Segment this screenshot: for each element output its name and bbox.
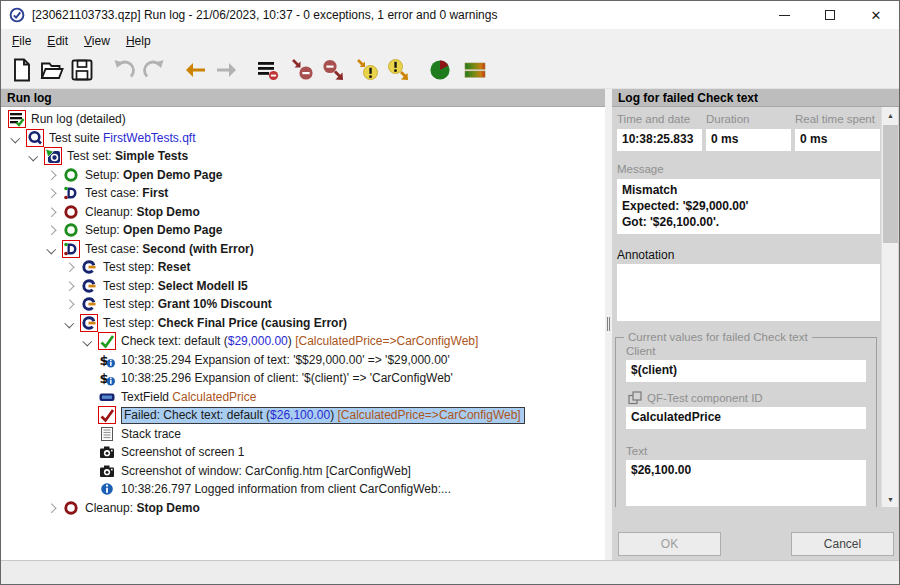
- panel-splitter[interactable]: [605, 89, 612, 560]
- tree-row-label: Screenshot of window: CarConfig.htm [Car…: [121, 464, 411, 478]
- expand-chevron-icon[interactable]: [45, 227, 63, 234]
- collapse-chevron-icon[interactable]: [27, 153, 45, 160]
- scroll-thumb[interactable]: [883, 125, 898, 243]
- tree-row[interactable]: Cleanup: Stop Demo: [1, 499, 605, 518]
- maximize-button[interactable]: [807, 1, 853, 29]
- teststep-icon: [81, 259, 97, 275]
- collapse-chevron-icon[interactable]: [9, 135, 27, 142]
- tree-row[interactable]: $10:38:25.296 Expansion of client: '$(cl…: [1, 369, 605, 388]
- duration-field[interactable]: 0 ms: [706, 129, 791, 151]
- find-previous-error-button[interactable]: [289, 56, 317, 84]
- expand-chevron-icon[interactable]: [45, 172, 63, 179]
- tree-row[interactable]: Test case: Second (with Error): [1, 240, 605, 259]
- runlog-icon: [9, 111, 25, 127]
- setup-icon: [63, 167, 79, 183]
- tree-row-label: Cleanup: Stop Demo: [85, 501, 200, 515]
- menubar: File Edit View Help: [1, 29, 899, 52]
- stacktrace-icon: [99, 426, 115, 442]
- find-next-error-button[interactable]: [319, 56, 347, 84]
- forward-button[interactable]: [212, 56, 240, 84]
- menu-help[interactable]: Help: [118, 31, 159, 51]
- menu-edit[interactable]: Edit: [39, 31, 76, 51]
- tree-row-label: Setup: Open Demo Page: [85, 168, 222, 182]
- tree-row[interactable]: Test case: First: [1, 184, 605, 203]
- close-icon: ✕: [871, 8, 882, 23]
- find-previous-warning-button[interactable]: [354, 56, 382, 84]
- tree-row[interactable]: Screenshot of screen 1: [1, 443, 605, 462]
- new-runlog-button[interactable]: [8, 56, 36, 84]
- back-button[interactable]: [182, 56, 210, 84]
- expand-chevron-icon[interactable]: [45, 209, 63, 216]
- tree-row[interactable]: 10:38:26.797 Logged information from cli…: [1, 480, 605, 499]
- menu-file[interactable]: File: [4, 31, 39, 51]
- minimize-button[interactable]: [761, 1, 807, 29]
- expand-chevron-icon[interactable]: [63, 264, 81, 271]
- tree-row[interactable]: Screenshot of window: CarConfig.htm [Car…: [1, 462, 605, 481]
- collapse-chevron-icon[interactable]: [81, 338, 99, 345]
- message-line: Got: '$26,100.00'.: [622, 214, 875, 230]
- tree-row[interactable]: Check text: default ($29,000.00) [Calcul…: [1, 332, 605, 351]
- tree-row-label: Test set: Simple Tests: [67, 149, 188, 163]
- create-report-button[interactable]: [461, 56, 489, 84]
- titlebar: [230621103733.qzp] Run log - 21/06/2023,…: [1, 1, 899, 29]
- annotation-input[interactable]: [617, 264, 880, 321]
- menu-view[interactable]: View: [76, 31, 118, 51]
- message-label: Message: [617, 163, 664, 175]
- find-next-warning-button[interactable]: [384, 56, 412, 84]
- tree-row-label: Screenshot of screen 1: [121, 445, 244, 459]
- tree-row[interactable]: Test step: Reset: [1, 258, 605, 277]
- expand-chevron-icon[interactable]: [63, 283, 81, 290]
- tree-row[interactable]: Run log (detailed): [1, 110, 605, 129]
- text-field[interactable]: $26,100.00: [626, 460, 866, 506]
- toggle-compact-runlog-button[interactable]: [254, 56, 282, 84]
- detail-form: Time and date Duration Real time spent 1…: [612, 107, 881, 507]
- find-previous-warning-icon: [355, 57, 381, 83]
- tree-row-label: Setup: Open Demo Page: [85, 223, 222, 237]
- tree-row[interactable]: TextField CalculatedPrice: [1, 388, 605, 407]
- tree-row[interactable]: Stack trace: [1, 425, 605, 444]
- expand-chevron-icon[interactable]: [45, 190, 63, 197]
- runlog-tree[interactable]: Run log (detailed)Test suite FirstWebTes…: [1, 107, 605, 560]
- tree-row-selected[interactable]: Failed: Check text: default ($26,100.00)…: [1, 406, 605, 425]
- cancel-button[interactable]: Cancel: [791, 532, 894, 556]
- tree-row-label: Test suite FirstWebTests.qft: [49, 131, 196, 145]
- tree-row[interactable]: Test suite FirstWebTests.qft: [1, 129, 605, 148]
- close-button[interactable]: ✕: [853, 1, 899, 29]
- redo-button[interactable]: [140, 56, 168, 84]
- time-and-date-field[interactable]: 10:38:25.833: [617, 129, 702, 151]
- component-id-field[interactable]: CalculatedPrice: [626, 407, 866, 429]
- expand-chevron-icon[interactable]: [63, 301, 81, 308]
- component-id-label: QF-Test component ID: [647, 392, 763, 404]
- save-runlog-button[interactable]: [68, 56, 96, 84]
- undo-button[interactable]: [110, 56, 138, 84]
- duration-label: Duration: [706, 113, 749, 125]
- tree-row-label: TextField CalculatedPrice: [121, 390, 256, 404]
- scroll-up-icon[interactable]: ▲: [882, 107, 899, 123]
- tree-row[interactable]: $10:38:25.294 Expansion of text: '$$29,0…: [1, 351, 605, 370]
- qftest-check-circle-icon: [9, 7, 25, 23]
- collapse-chevron-icon[interactable]: [45, 246, 63, 253]
- collapse-chevron-icon[interactable]: [63, 320, 81, 327]
- open-runlog-button[interactable]: [38, 56, 66, 84]
- client-field[interactable]: $(client): [626, 360, 866, 382]
- tree-row[interactable]: Setup: Open Demo Page: [1, 221, 605, 240]
- splitter-grip-icon: [607, 317, 608, 331]
- detail-scrollbar[interactable]: ▲ ▼: [881, 107, 898, 507]
- tree-row[interactable]: Test step: Check Final Price (causing Er…: [1, 314, 605, 333]
- tree-row[interactable]: Cleanup: Stop Demo: [1, 203, 605, 222]
- message-field[interactable]: Mismatch Expected: '$29,000.00' Got: '$2…: [617, 179, 880, 234]
- tree-row[interactable]: Test step: Grant 10% Discount: [1, 295, 605, 314]
- textfield-icon: [99, 389, 115, 405]
- check-ok-icon: [99, 333, 115, 349]
- qftest-runlog-window: [230621103733.qzp] Run log - 21/06/2023,…: [0, 0, 900, 585]
- result-pie-chart-button[interactable]: [426, 56, 454, 84]
- expand-chevron-icon[interactable]: [45, 505, 63, 512]
- detail-panel-header: Log for failed Check text: [612, 89, 899, 107]
- tree-row[interactable]: Setup: Open Demo Page: [1, 166, 605, 185]
- realtime-field[interactable]: 0 ms: [795, 129, 880, 151]
- tree-row[interactable]: Test set: Simple Tests: [1, 147, 605, 166]
- ok-button[interactable]: OK: [618, 532, 721, 556]
- scroll-down-icon[interactable]: ▼: [882, 491, 899, 507]
- tree-row[interactable]: Test step: Select Modell I5: [1, 277, 605, 296]
- dollar-info-icon: $: [99, 352, 115, 368]
